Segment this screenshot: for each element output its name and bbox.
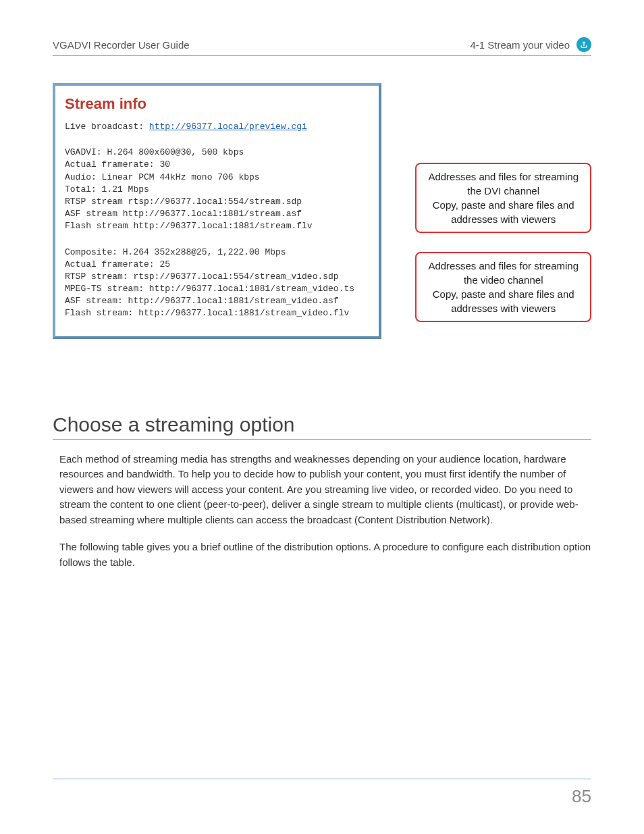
page-header: VGADVI Recorder User Guide 4-1 Stream yo…	[53, 37, 591, 56]
dvi-channel-block: VGADVI: H.264 800x600@30, 500 kbps Actua…	[65, 147, 369, 232]
stream-line: Audio: Linear PCM 44kHz mono 706 kbps	[65, 172, 369, 184]
stream-line: MPEG-TS stream: http://96377.local:1881/…	[65, 283, 369, 295]
share-icon	[576, 37, 591, 52]
stream-line: RTSP stream: rtsp://96377.local:554/stre…	[65, 271, 369, 283]
stream-line: Composite: H.264 352x288@25, 1,222.00 Mb…	[65, 246, 369, 259]
stream-line: RTSP stream rtsp://96377.local:554/strea…	[65, 196, 369, 208]
stream-info-panel: Stream info Live broadcast: http://96377…	[53, 83, 381, 339]
stream-line: Actual framerate: 30	[65, 159, 369, 171]
header-left: VGADVI Recorder User Guide	[53, 39, 190, 51]
stream-line: Flash stream http://96377.local:1881/str…	[65, 220, 369, 232]
stream-line: ASF stream: http://96377.local:1881/stre…	[65, 295, 369, 307]
header-right: 4-1 Stream your video	[470, 39, 570, 51]
stream-line: ASF stream http://96377.local:1881/strea…	[65, 208, 369, 220]
stream-line: Actual framerate: 25	[65, 259, 369, 271]
live-broadcast-label: Live broadcast:	[65, 122, 149, 132]
live-broadcast-link[interactable]: http://96377.local/preview.cgi	[149, 122, 307, 132]
callout-dvi: Addresses and files for streaming the DV…	[415, 163, 591, 233]
stream-line: VGADVI: H.264 800x600@30, 500 kbps	[65, 147, 369, 159]
live-broadcast-line: Live broadcast: http://96377.local/previ…	[65, 121, 369, 133]
body-paragraph-2: The following table gives you a brief ou…	[59, 540, 591, 570]
stream-info-title: Stream info	[65, 95, 369, 113]
body-paragraph-1: Each method of streaming media has stren…	[59, 452, 591, 528]
video-channel-block: Composite: H.264 352x288@25, 1,222.00 Mb…	[65, 246, 369, 320]
page-number: 85	[53, 786, 591, 807]
stream-line: Flash stream: http://96377.local:1881/st…	[65, 307, 369, 319]
callout-video: Addresses and files for streaming the vi…	[415, 252, 591, 322]
stream-line: Total: 1.21 Mbps	[65, 184, 369, 196]
section-heading: Choose a streaming option	[53, 413, 591, 440]
page-footer: 85	[53, 779, 591, 807]
